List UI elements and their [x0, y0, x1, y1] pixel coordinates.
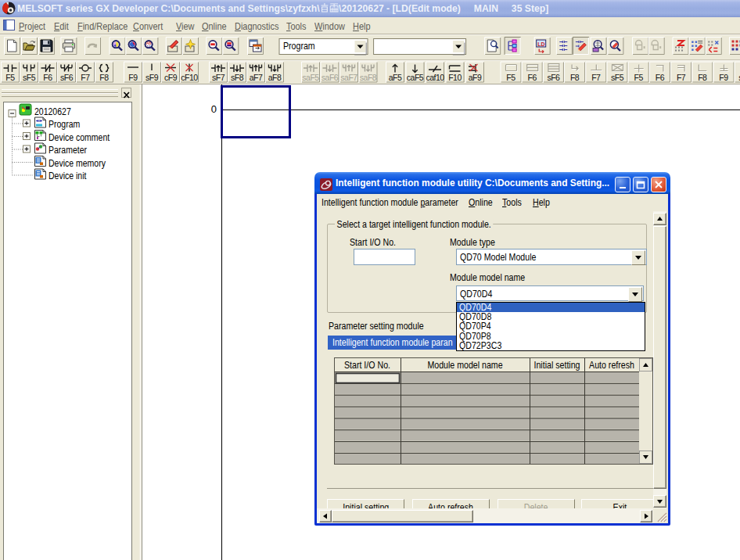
svg-text:sF5: sF5 — [611, 73, 624, 82]
svg-text:cF10: cF10 — [181, 73, 198, 82]
svg-text:F9: F9 — [719, 73, 728, 82]
svg-text:F6: F6 — [656, 73, 665, 82]
svg-text:Start I/O No.: Start I/O No. — [344, 359, 390, 370]
svg-text:Initial setting: Initial setting — [533, 359, 580, 370]
svg-text:saF6: saF6 — [322, 73, 339, 82]
svg-text:saF7: saF7 — [340, 73, 357, 82]
svg-text:LD: LD — [537, 41, 544, 47]
svg-text:F8: F8 — [99, 73, 109, 82]
svg-text:sF6: sF6 — [547, 73, 560, 82]
svg-text:F7: F7 — [81, 73, 90, 82]
svg-text:aF8: aF8 — [268, 73, 282, 82]
svg-text:sF5: sF5 — [23, 73, 36, 82]
svg-text:F5: F5 — [634, 73, 644, 82]
svg-text:aF5: aF5 — [389, 73, 402, 82]
svg-text:sF6: sF6 — [60, 73, 74, 82]
svg-text:caf10: caf10 — [426, 73, 444, 82]
svg-text:F7: F7 — [677, 73, 686, 82]
svg-text:F10: F10 — [448, 73, 462, 82]
svg-text:Module model name: Module model name — [427, 359, 502, 370]
svg-text:Program: Program — [283, 41, 315, 52]
svg-text:F7: F7 — [591, 73, 601, 82]
svg-text:sF9: sF9 — [145, 73, 159, 82]
svg-text:aF7: aF7 — [250, 73, 263, 82]
svg-text:F6: F6 — [528, 73, 537, 82]
svg-text:F8: F8 — [698, 73, 707, 82]
svg-text:saF5: saF5 — [302, 73, 319, 82]
svg-text:F8: F8 — [570, 73, 580, 82]
svg-text:cF9: cF9 — [164, 73, 178, 82]
svg-text:caF5: caF5 — [407, 73, 424, 82]
svg-text:sF8: sF8 — [231, 73, 244, 82]
svg-text:aF9: aF9 — [469, 73, 482, 82]
svg-text:F5: F5 — [506, 73, 515, 82]
svg-text:F9: F9 — [128, 73, 138, 82]
svg-text:sF7: sF7 — [212, 73, 225, 82]
svg-text:F5: F5 — [5, 73, 15, 82]
svg-text:Auto refresh: Auto refresh — [589, 359, 634, 370]
svg-text:F6: F6 — [43, 73, 52, 82]
svg-text:saF8: saF8 — [360, 73, 377, 82]
